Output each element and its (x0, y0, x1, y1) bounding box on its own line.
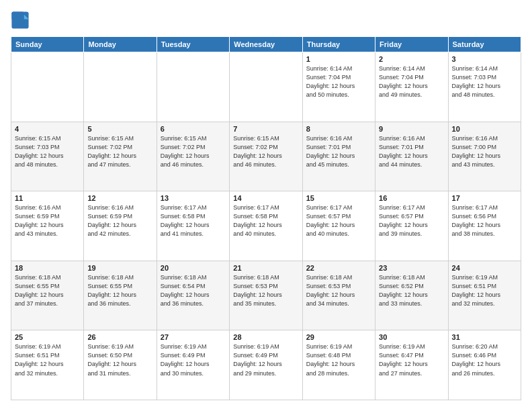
calendar-cell: 30Sunrise: 6:19 AM Sunset: 6:47 PM Dayli… (375, 330, 448, 400)
calendar-cell: 28Sunrise: 6:19 AM Sunset: 6:49 PM Dayli… (230, 330, 302, 400)
day-info: Sunrise: 6:17 AM Sunset: 6:57 PM Dayligh… (379, 203, 444, 238)
calendar-cell: 12Sunrise: 6:16 AM Sunset: 6:59 PM Dayli… (84, 191, 157, 261)
day-info: Sunrise: 6:15 AM Sunset: 7:03 PM Dayligh… (15, 134, 80, 169)
calendar-cell: 25Sunrise: 6:19 AM Sunset: 6:51 PM Dayli… (11, 330, 84, 400)
calendar-cell: 31Sunrise: 6:20 AM Sunset: 6:46 PM Dayli… (448, 330, 521, 400)
calendar-cell: 16Sunrise: 6:17 AM Sunset: 6:57 PM Dayli… (375, 191, 448, 261)
day-number: 19 (87, 264, 152, 272)
day-number: 2 (379, 55, 444, 63)
logo (11, 11, 32, 30)
day-info: Sunrise: 6:18 AM Sunset: 6:54 PM Dayligh… (161, 273, 226, 308)
calendar-cell: 22Sunrise: 6:18 AM Sunset: 6:53 PM Dayli… (302, 261, 375, 330)
calendar-cell: 4Sunrise: 6:15 AM Sunset: 7:03 PM Daylig… (11, 122, 84, 191)
calendar-cell: 8Sunrise: 6:16 AM Sunset: 7:01 PM Daylig… (302, 122, 375, 191)
calendar-cell: 18Sunrise: 6:18 AM Sunset: 6:55 PM Dayli… (11, 261, 84, 330)
calendar-cell: 11Sunrise: 6:16 AM Sunset: 6:59 PM Dayli… (11, 191, 84, 261)
day-number: 7 (233, 125, 298, 133)
day-info: Sunrise: 6:15 AM Sunset: 7:02 PM Dayligh… (87, 134, 152, 169)
calendar-cell: 5Sunrise: 6:15 AM Sunset: 7:02 PM Daylig… (84, 122, 157, 191)
day-info: Sunrise: 6:17 AM Sunset: 6:56 PM Dayligh… (452, 203, 517, 238)
day-info: Sunrise: 6:16 AM Sunset: 6:59 PM Dayligh… (15, 203, 80, 238)
day-info: Sunrise: 6:19 AM Sunset: 6:48 PM Dayligh… (306, 342, 371, 377)
day-info: Sunrise: 6:17 AM Sunset: 6:57 PM Dayligh… (306, 203, 371, 238)
calendar-cell: 13Sunrise: 6:17 AM Sunset: 6:58 PM Dayli… (157, 191, 229, 261)
calendar-cell: 20Sunrise: 6:18 AM Sunset: 6:54 PM Dayli… (157, 261, 229, 330)
day-info: Sunrise: 6:14 AM Sunset: 7:04 PM Dayligh… (379, 64, 444, 99)
page-header (11, 11, 521, 30)
day-number: 11 (15, 194, 80, 202)
day-number: 10 (452, 125, 517, 133)
day-number: 8 (306, 125, 371, 133)
weekday-header-thursday: Thursday (302, 37, 375, 52)
calendar-week-row: 11Sunrise: 6:16 AM Sunset: 6:59 PM Dayli… (11, 191, 521, 261)
day-info: Sunrise: 6:14 AM Sunset: 7:03 PM Dayligh… (452, 64, 517, 99)
calendar-week-row: 25Sunrise: 6:19 AM Sunset: 6:51 PM Dayli… (11, 330, 521, 400)
day-info: Sunrise: 6:19 AM Sunset: 6:47 PM Dayligh… (379, 342, 444, 377)
day-number: 23 (379, 264, 444, 272)
calendar-cell: 15Sunrise: 6:17 AM Sunset: 6:57 PM Dayli… (302, 191, 375, 261)
day-number: 26 (87, 333, 152, 341)
day-number: 28 (233, 333, 298, 341)
weekday-header-sunday: Sunday (11, 37, 84, 52)
day-info: Sunrise: 6:15 AM Sunset: 7:02 PM Dayligh… (233, 134, 298, 169)
calendar-cell: 10Sunrise: 6:16 AM Sunset: 7:00 PM Dayli… (448, 122, 521, 191)
day-number: 22 (306, 264, 371, 272)
day-number: 31 (452, 333, 517, 341)
calendar-table: SundayMondayTuesdayWednesdayThursdayFrid… (11, 36, 521, 400)
day-number: 9 (379, 125, 444, 133)
day-info: Sunrise: 6:19 AM Sunset: 6:49 PM Dayligh… (161, 342, 226, 377)
calendar-cell: 14Sunrise: 6:17 AM Sunset: 6:58 PM Dayli… (230, 191, 302, 261)
weekday-header-monday: Monday (84, 37, 157, 52)
day-number: 4 (15, 125, 80, 133)
day-number: 20 (161, 264, 226, 272)
calendar-cell (11, 52, 84, 122)
calendar-cell: 29Sunrise: 6:19 AM Sunset: 6:48 PM Dayli… (302, 330, 375, 400)
day-info: Sunrise: 6:18 AM Sunset: 6:55 PM Dayligh… (87, 273, 152, 308)
day-info: Sunrise: 6:17 AM Sunset: 6:58 PM Dayligh… (161, 203, 226, 238)
weekday-header-row: SundayMondayTuesdayWednesdayThursdayFrid… (11, 37, 521, 52)
day-number: 29 (306, 333, 371, 341)
day-number: 13 (161, 194, 226, 202)
day-number: 6 (161, 125, 226, 133)
calendar-cell: 3Sunrise: 6:14 AM Sunset: 7:03 PM Daylig… (448, 52, 521, 122)
day-info: Sunrise: 6:14 AM Sunset: 7:04 PM Dayligh… (306, 64, 371, 99)
day-info: Sunrise: 6:19 AM Sunset: 6:51 PM Dayligh… (452, 273, 517, 308)
calendar-cell (230, 52, 302, 122)
calendar-week-row: 1Sunrise: 6:14 AM Sunset: 7:04 PM Daylig… (11, 52, 521, 122)
weekday-header-tuesday: Tuesday (157, 37, 229, 52)
day-info: Sunrise: 6:17 AM Sunset: 6:58 PM Dayligh… (233, 203, 298, 238)
day-number: 30 (379, 333, 444, 341)
weekday-header-wednesday: Wednesday (230, 37, 302, 52)
calendar-cell: 7Sunrise: 6:15 AM Sunset: 7:02 PM Daylig… (230, 122, 302, 191)
day-info: Sunrise: 6:18 AM Sunset: 6:55 PM Dayligh… (15, 273, 80, 308)
day-number: 18 (15, 264, 80, 272)
day-info: Sunrise: 6:16 AM Sunset: 6:59 PM Dayligh… (87, 203, 152, 238)
calendar-week-row: 4Sunrise: 6:15 AM Sunset: 7:03 PM Daylig… (11, 122, 521, 191)
calendar-cell: 27Sunrise: 6:19 AM Sunset: 6:49 PM Dayli… (157, 330, 229, 400)
day-info: Sunrise: 6:19 AM Sunset: 6:51 PM Dayligh… (15, 342, 80, 377)
calendar-cell: 2Sunrise: 6:14 AM Sunset: 7:04 PM Daylig… (375, 52, 448, 122)
calendar-cell (157, 52, 229, 122)
weekday-header-saturday: Saturday (448, 37, 521, 52)
calendar-week-row: 18Sunrise: 6:18 AM Sunset: 6:55 PM Dayli… (11, 261, 521, 330)
logo-icon (11, 11, 30, 30)
svg-rect-2 (11, 11, 24, 20)
calendar-cell: 21Sunrise: 6:18 AM Sunset: 6:53 PM Dayli… (230, 261, 302, 330)
calendar-cell: 17Sunrise: 6:17 AM Sunset: 6:56 PM Dayli… (448, 191, 521, 261)
day-number: 27 (161, 333, 226, 341)
day-info: Sunrise: 6:19 AM Sunset: 6:50 PM Dayligh… (87, 342, 152, 377)
day-number: 12 (87, 194, 152, 202)
calendar-cell: 23Sunrise: 6:18 AM Sunset: 6:52 PM Dayli… (375, 261, 448, 330)
day-number: 21 (233, 264, 298, 272)
day-info: Sunrise: 6:20 AM Sunset: 6:46 PM Dayligh… (452, 342, 517, 377)
day-number: 3 (452, 55, 517, 63)
weekday-header-friday: Friday (375, 37, 448, 52)
day-info: Sunrise: 6:18 AM Sunset: 6:53 PM Dayligh… (306, 273, 371, 308)
day-number: 1 (306, 55, 371, 63)
day-number: 25 (15, 333, 80, 341)
day-number: 5 (87, 125, 152, 133)
calendar-cell: 6Sunrise: 6:15 AM Sunset: 7:02 PM Daylig… (157, 122, 229, 191)
day-info: Sunrise: 6:18 AM Sunset: 6:52 PM Dayligh… (379, 273, 444, 308)
day-number: 16 (379, 194, 444, 202)
day-info: Sunrise: 6:16 AM Sunset: 7:01 PM Dayligh… (379, 134, 444, 169)
